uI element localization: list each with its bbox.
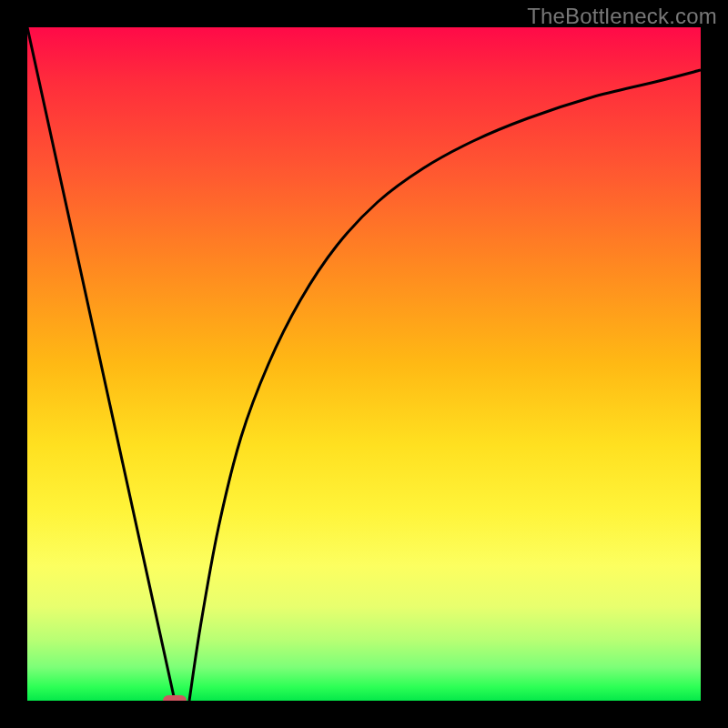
curve-layer [27,27,701,701]
chart-frame: TheBottleneck.com [0,0,728,728]
line-right-curve [189,70,701,701]
plot-area [27,27,701,701]
valley-marker [163,695,187,701]
line-left-branch [27,27,175,701]
watermark-text: TheBottleneck.com [527,4,717,29]
